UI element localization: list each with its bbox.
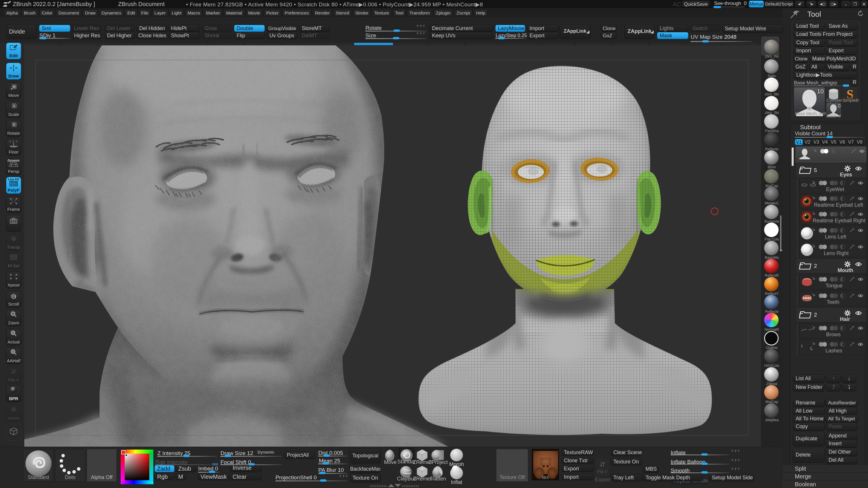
svg-text:M: M (13, 85, 16, 89)
svg-text:+: + (12, 312, 14, 316)
svg-text:S: S (13, 104, 15, 107)
svg-text:R: R (13, 123, 16, 126)
